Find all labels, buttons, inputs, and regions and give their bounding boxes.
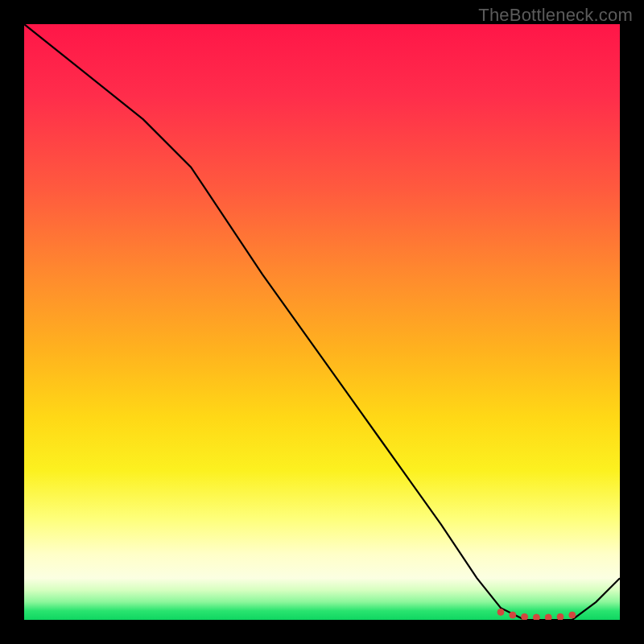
plot-area	[24, 24, 620, 620]
watermark: TheBottleneck.com	[478, 5, 633, 26]
chart-container: TheBottleneck.com	[0, 0, 644, 644]
svg-point-2	[522, 613, 528, 620]
svg-point-5	[557, 613, 564, 620]
svg-point-3	[533, 614, 539, 620]
svg-point-4	[545, 614, 551, 620]
svg-point-1	[510, 612, 516, 618]
bottleneck-curve	[24, 24, 620, 620]
svg-point-0	[497, 609, 504, 615]
svg-point-6	[569, 612, 576, 618]
